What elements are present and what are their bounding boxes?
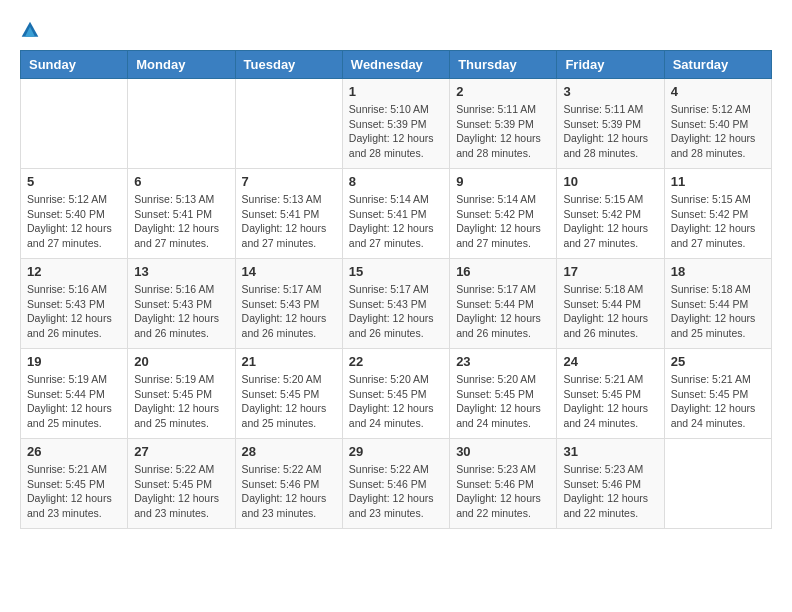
day-number: 24 [563, 354, 657, 369]
day-info: Sunrise: 5:11 AMSunset: 5:39 PMDaylight:… [563, 102, 657, 161]
calendar-cell: 21Sunrise: 5:20 AMSunset: 5:45 PMDayligh… [235, 349, 342, 439]
calendar-body: 1Sunrise: 5:10 AMSunset: 5:39 PMDaylight… [21, 79, 772, 529]
calendar-cell: 10Sunrise: 5:15 AMSunset: 5:42 PMDayligh… [557, 169, 664, 259]
day-info: Sunrise: 5:17 AMSunset: 5:43 PMDaylight:… [349, 282, 443, 341]
day-number: 4 [671, 84, 765, 99]
day-info: Sunrise: 5:19 AMSunset: 5:44 PMDaylight:… [27, 372, 121, 431]
week-row-4: 19Sunrise: 5:19 AMSunset: 5:44 PMDayligh… [21, 349, 772, 439]
calendar-cell: 24Sunrise: 5:21 AMSunset: 5:45 PMDayligh… [557, 349, 664, 439]
day-number: 14 [242, 264, 336, 279]
calendar-cell [664, 439, 771, 529]
day-info: Sunrise: 5:12 AMSunset: 5:40 PMDaylight:… [671, 102, 765, 161]
day-info: Sunrise: 5:22 AMSunset: 5:46 PMDaylight:… [242, 462, 336, 521]
day-number: 15 [349, 264, 443, 279]
header-day-sunday: Sunday [21, 51, 128, 79]
calendar-cell: 20Sunrise: 5:19 AMSunset: 5:45 PMDayligh… [128, 349, 235, 439]
calendar-cell: 9Sunrise: 5:14 AMSunset: 5:42 PMDaylight… [450, 169, 557, 259]
day-info: Sunrise: 5:13 AMSunset: 5:41 PMDaylight:… [134, 192, 228, 251]
calendar-cell: 3Sunrise: 5:11 AMSunset: 5:39 PMDaylight… [557, 79, 664, 169]
day-number: 16 [456, 264, 550, 279]
day-number: 28 [242, 444, 336, 459]
day-info: Sunrise: 5:14 AMSunset: 5:42 PMDaylight:… [456, 192, 550, 251]
calendar-cell: 25Sunrise: 5:21 AMSunset: 5:45 PMDayligh… [664, 349, 771, 439]
day-number: 12 [27, 264, 121, 279]
calendar-cell: 22Sunrise: 5:20 AMSunset: 5:45 PMDayligh… [342, 349, 449, 439]
calendar-cell: 16Sunrise: 5:17 AMSunset: 5:44 PMDayligh… [450, 259, 557, 349]
day-info: Sunrise: 5:21 AMSunset: 5:45 PMDaylight:… [563, 372, 657, 431]
day-info: Sunrise: 5:15 AMSunset: 5:42 PMDaylight:… [563, 192, 657, 251]
day-info: Sunrise: 5:20 AMSunset: 5:45 PMDaylight:… [349, 372, 443, 431]
calendar-cell: 8Sunrise: 5:14 AMSunset: 5:41 PMDaylight… [342, 169, 449, 259]
header-day-saturday: Saturday [664, 51, 771, 79]
calendar-cell: 4Sunrise: 5:12 AMSunset: 5:40 PMDaylight… [664, 79, 771, 169]
day-number: 30 [456, 444, 550, 459]
calendar-cell: 11Sunrise: 5:15 AMSunset: 5:42 PMDayligh… [664, 169, 771, 259]
day-number: 29 [349, 444, 443, 459]
calendar-cell: 13Sunrise: 5:16 AMSunset: 5:43 PMDayligh… [128, 259, 235, 349]
day-info: Sunrise: 5:10 AMSunset: 5:39 PMDaylight:… [349, 102, 443, 161]
calendar-cell: 5Sunrise: 5:12 AMSunset: 5:40 PMDaylight… [21, 169, 128, 259]
calendar-cell: 2Sunrise: 5:11 AMSunset: 5:39 PMDaylight… [450, 79, 557, 169]
day-number: 7 [242, 174, 336, 189]
day-info: Sunrise: 5:20 AMSunset: 5:45 PMDaylight:… [242, 372, 336, 431]
calendar-cell [128, 79, 235, 169]
day-number: 21 [242, 354, 336, 369]
header-day-monday: Monday [128, 51, 235, 79]
day-info: Sunrise: 5:14 AMSunset: 5:41 PMDaylight:… [349, 192, 443, 251]
calendar-cell: 1Sunrise: 5:10 AMSunset: 5:39 PMDaylight… [342, 79, 449, 169]
day-info: Sunrise: 5:18 AMSunset: 5:44 PMDaylight:… [563, 282, 657, 341]
week-row-3: 12Sunrise: 5:16 AMSunset: 5:43 PMDayligh… [21, 259, 772, 349]
day-number: 17 [563, 264, 657, 279]
day-info: Sunrise: 5:16 AMSunset: 5:43 PMDaylight:… [27, 282, 121, 341]
week-row-5: 26Sunrise: 5:21 AMSunset: 5:45 PMDayligh… [21, 439, 772, 529]
day-number: 22 [349, 354, 443, 369]
day-info: Sunrise: 5:21 AMSunset: 5:45 PMDaylight:… [671, 372, 765, 431]
day-info: Sunrise: 5:22 AMSunset: 5:45 PMDaylight:… [134, 462, 228, 521]
page-header [20, 20, 772, 40]
calendar-cell: 6Sunrise: 5:13 AMSunset: 5:41 PMDaylight… [128, 169, 235, 259]
logo [20, 20, 44, 40]
day-number: 6 [134, 174, 228, 189]
day-info: Sunrise: 5:23 AMSunset: 5:46 PMDaylight:… [456, 462, 550, 521]
day-info: Sunrise: 5:16 AMSunset: 5:43 PMDaylight:… [134, 282, 228, 341]
calendar-table: SundayMondayTuesdayWednesdayThursdayFrid… [20, 50, 772, 529]
header-day-tuesday: Tuesday [235, 51, 342, 79]
day-info: Sunrise: 5:21 AMSunset: 5:45 PMDaylight:… [27, 462, 121, 521]
day-number: 26 [27, 444, 121, 459]
day-number: 20 [134, 354, 228, 369]
day-info: Sunrise: 5:13 AMSunset: 5:41 PMDaylight:… [242, 192, 336, 251]
header-day-friday: Friday [557, 51, 664, 79]
logo-icon [20, 20, 40, 40]
day-number: 27 [134, 444, 228, 459]
calendar-cell: 18Sunrise: 5:18 AMSunset: 5:44 PMDayligh… [664, 259, 771, 349]
day-info: Sunrise: 5:15 AMSunset: 5:42 PMDaylight:… [671, 192, 765, 251]
day-info: Sunrise: 5:12 AMSunset: 5:40 PMDaylight:… [27, 192, 121, 251]
day-info: Sunrise: 5:19 AMSunset: 5:45 PMDaylight:… [134, 372, 228, 431]
day-number: 13 [134, 264, 228, 279]
day-info: Sunrise: 5:17 AMSunset: 5:44 PMDaylight:… [456, 282, 550, 341]
day-number: 10 [563, 174, 657, 189]
day-number: 25 [671, 354, 765, 369]
calendar-cell: 27Sunrise: 5:22 AMSunset: 5:45 PMDayligh… [128, 439, 235, 529]
day-number: 31 [563, 444, 657, 459]
day-number: 1 [349, 84, 443, 99]
calendar-cell: 30Sunrise: 5:23 AMSunset: 5:46 PMDayligh… [450, 439, 557, 529]
calendar-cell: 23Sunrise: 5:20 AMSunset: 5:45 PMDayligh… [450, 349, 557, 439]
calendar-cell: 7Sunrise: 5:13 AMSunset: 5:41 PMDaylight… [235, 169, 342, 259]
day-info: Sunrise: 5:17 AMSunset: 5:43 PMDaylight:… [242, 282, 336, 341]
day-number: 18 [671, 264, 765, 279]
day-info: Sunrise: 5:11 AMSunset: 5:39 PMDaylight:… [456, 102, 550, 161]
week-row-1: 1Sunrise: 5:10 AMSunset: 5:39 PMDaylight… [21, 79, 772, 169]
calendar-cell: 12Sunrise: 5:16 AMSunset: 5:43 PMDayligh… [21, 259, 128, 349]
day-number: 11 [671, 174, 765, 189]
header-row: SundayMondayTuesdayWednesdayThursdayFrid… [21, 51, 772, 79]
week-row-2: 5Sunrise: 5:12 AMSunset: 5:40 PMDaylight… [21, 169, 772, 259]
calendar-cell: 14Sunrise: 5:17 AMSunset: 5:43 PMDayligh… [235, 259, 342, 349]
day-info: Sunrise: 5:20 AMSunset: 5:45 PMDaylight:… [456, 372, 550, 431]
calendar-cell: 15Sunrise: 5:17 AMSunset: 5:43 PMDayligh… [342, 259, 449, 349]
day-number: 8 [349, 174, 443, 189]
calendar-cell: 29Sunrise: 5:22 AMSunset: 5:46 PMDayligh… [342, 439, 449, 529]
calendar-cell: 17Sunrise: 5:18 AMSunset: 5:44 PMDayligh… [557, 259, 664, 349]
calendar-cell: 19Sunrise: 5:19 AMSunset: 5:44 PMDayligh… [21, 349, 128, 439]
day-number: 9 [456, 174, 550, 189]
